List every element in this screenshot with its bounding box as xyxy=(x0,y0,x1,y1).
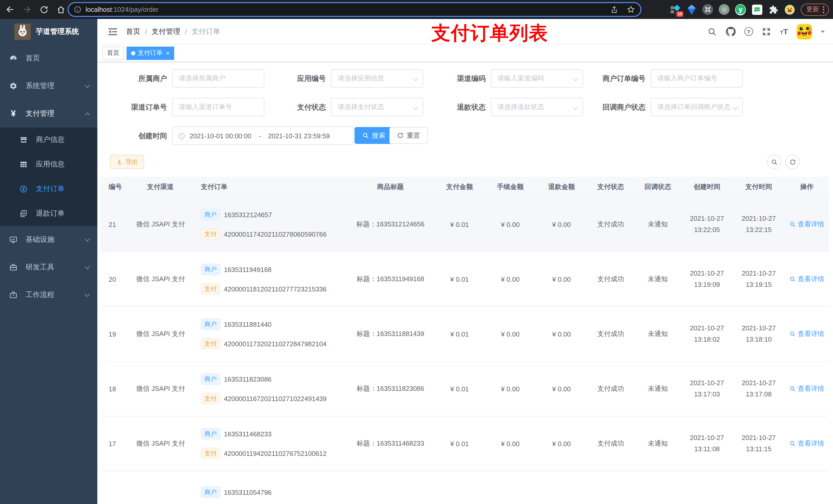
app-title: 芋道管理系统 xyxy=(36,27,79,37)
merchant-order-input[interactable]: 请输入商户订单编号 xyxy=(651,69,743,88)
annotation-overlay: 支付订单列表 xyxy=(431,21,548,46)
reset-button[interactable]: 重置 xyxy=(389,127,428,144)
bookmark-star-icon[interactable] xyxy=(626,5,635,14)
cell-notify: 未通知 xyxy=(634,329,681,339)
sidebar-item-label: 支付管理 xyxy=(26,109,86,118)
url-text: localhost:1024/pay/order xyxy=(86,6,159,13)
merchant-tag: 商户 xyxy=(201,209,220,220)
sidebar-item-infra[interactable]: 基础设施 xyxy=(0,226,97,254)
chevron-down-icon xyxy=(413,105,418,110)
sidebar: 芋道管理系统 首页 系统管理 ¥ 支付管理 xyxy=(0,19,97,504)
browser-forward-icon[interactable] xyxy=(22,5,32,14)
pay-status-select[interactable]: 请选择支付状态 xyxy=(331,98,423,116)
browser-reload-icon[interactable] xyxy=(39,5,49,14)
extension-dot-icon[interactable] xyxy=(719,4,730,15)
sidebar-item-pay[interactable]: ¥ 支付管理 xyxy=(0,100,97,127)
site-info-icon[interactable] xyxy=(74,6,81,13)
github-icon[interactable] xyxy=(726,27,735,37)
toggle-search-button[interactable] xyxy=(767,155,781,169)
font-size-icon[interactable]: TT xyxy=(780,27,788,36)
sidebar-item-pay-order[interactable]: 支付订单 xyxy=(0,177,97,201)
app-logo[interactable]: 芋道管理系统 xyxy=(0,19,97,45)
help-icon[interactable]: ? xyxy=(744,27,753,36)
cell-status: 支付成功 xyxy=(587,384,634,393)
refresh-table-button[interactable] xyxy=(785,155,800,169)
cell-refund: ¥ 0.00 xyxy=(536,275,587,283)
sidebar-item-system[interactable]: 系统管理 xyxy=(0,72,97,100)
merchant-select[interactable]: 请选择所属商户 xyxy=(172,69,264,88)
browser-home-icon[interactable] xyxy=(56,5,66,14)
channel-code-select[interactable]: 请输入渠道编码 xyxy=(491,69,583,88)
cell-status: 支付成功 xyxy=(587,439,634,448)
date-separator: - xyxy=(259,132,261,140)
sidebar-item-workflow[interactable]: 工作流程 xyxy=(0,281,97,309)
sidebar-item-label: 应用信息 xyxy=(36,160,65,169)
caret-down-icon[interactable] xyxy=(821,30,825,34)
extension-command-icon[interactable] xyxy=(703,4,713,15)
user-avatar[interactable] xyxy=(796,24,812,39)
sidebar-item-home[interactable]: 首页 xyxy=(0,45,97,72)
extension-pin-icon[interactable]: 10 xyxy=(670,4,680,15)
share-icon[interactable] xyxy=(610,5,618,14)
tab-close-icon[interactable]: × xyxy=(166,49,170,56)
cell-paid: 2021-10-2713:22:15 xyxy=(733,213,785,236)
table-row: 18 微信 JSAPI 支付 商户1635311823086 支付4200001… xyxy=(100,362,829,416)
sidebar-item-label: 退款订单 xyxy=(36,209,65,218)
cell-action: 查看详情 xyxy=(785,329,829,339)
search-button[interactable]: 搜索 xyxy=(355,127,393,144)
field-label: 回调商户状态 xyxy=(579,98,645,116)
view-detail-link[interactable]: 查看详情 xyxy=(789,274,824,284)
tab-home[interactable]: 首页 xyxy=(102,46,124,60)
channel-order-input[interactable]: 请输入渠道订单号 xyxy=(172,98,264,116)
refund-status-select[interactable]: 请选择退款状态 xyxy=(491,98,583,116)
magnifier-icon xyxy=(789,386,795,392)
chevron-down-icon xyxy=(85,264,90,269)
profile-avatar-icon[interactable] xyxy=(784,4,795,15)
cell-notify: 未通知 xyxy=(634,384,681,393)
extensions-puzzle-icon[interactable] xyxy=(768,4,779,15)
cell-fee: ¥ 0.00 xyxy=(485,220,536,228)
app-select[interactable]: 请选择应用信息 xyxy=(331,69,423,88)
field-label: 支付状态 xyxy=(259,98,326,116)
sidebar-item-devtools[interactable]: 研发工具 xyxy=(0,254,97,281)
cell-amount: ¥ 0.01 xyxy=(434,440,485,448)
col-header-refund: 退款金额 xyxy=(536,182,587,191)
browser-update-button[interactable]: 更新 xyxy=(801,3,829,16)
screen: localhost:1024/pay/order 10 y xyxy=(0,0,833,504)
cell-fee: ¥ 0.00 xyxy=(485,275,536,283)
view-detail-link[interactable]: 查看详情 xyxy=(789,439,824,448)
notify-status-select[interactable]: 请选择订单回调商户状态 xyxy=(651,98,743,116)
field-label: 退款状态 xyxy=(419,98,486,116)
view-detail-link[interactable]: 查看详情 xyxy=(789,329,824,339)
export-button[interactable]: 导出 xyxy=(110,155,144,169)
breadcrumb-home[interactable]: 首页 xyxy=(126,27,140,36)
chevron-down-icon xyxy=(733,105,738,110)
tab-pay-order[interactable]: 支付订单 × xyxy=(126,46,174,60)
browser-menu-icon[interactable] xyxy=(823,6,824,13)
col-header-notify: 回调状态 xyxy=(634,182,681,191)
browser-back-icon[interactable] xyxy=(5,5,15,14)
view-detail-link[interactable]: 查看详情 xyxy=(789,384,824,393)
fullscreen-icon[interactable] xyxy=(762,27,771,37)
extension-kite-icon[interactable] xyxy=(686,4,697,15)
search-icon[interactable] xyxy=(707,27,717,37)
create-time-range-picker[interactable]: 2021-10-01 00:00:00 - 2021-10-31 23:59:5… xyxy=(172,126,354,145)
sidebar-collapse-icon[interactable] xyxy=(108,26,118,37)
extension-chat-icon[interactable] xyxy=(752,4,762,15)
merchant-tag: 商户 xyxy=(201,486,220,498)
cell-status: 支付成功 xyxy=(587,220,634,229)
breadcrumb-pay[interactable]: 支付管理 xyxy=(152,27,180,36)
merchant-tag: 商户 xyxy=(201,264,220,275)
sidebar-item-refund-order[interactable]: 退款订单 xyxy=(0,201,97,226)
address-bar[interactable]: localhost:1024/pay/order xyxy=(68,2,641,17)
cell-title: 标题：1635311823086 xyxy=(346,384,434,393)
pay-tag: 支付 xyxy=(201,283,220,294)
cell-id: 18 xyxy=(100,385,128,392)
col-header-amount: 支付金额 xyxy=(434,182,485,191)
sidebar-item-merchant-info[interactable]: 商户信息 xyxy=(0,127,97,152)
sidebar-item-app-info[interactable]: 应用信息 xyxy=(0,152,97,177)
date-end: 2021-10-31 23:59:59 xyxy=(268,132,330,140)
extension-y-icon[interactable]: y xyxy=(735,4,746,15)
view-detail-link[interactable]: 查看详情 xyxy=(789,220,824,229)
breadcrumb: 首页 / 支付管理 / 支付订单 xyxy=(126,27,220,36)
